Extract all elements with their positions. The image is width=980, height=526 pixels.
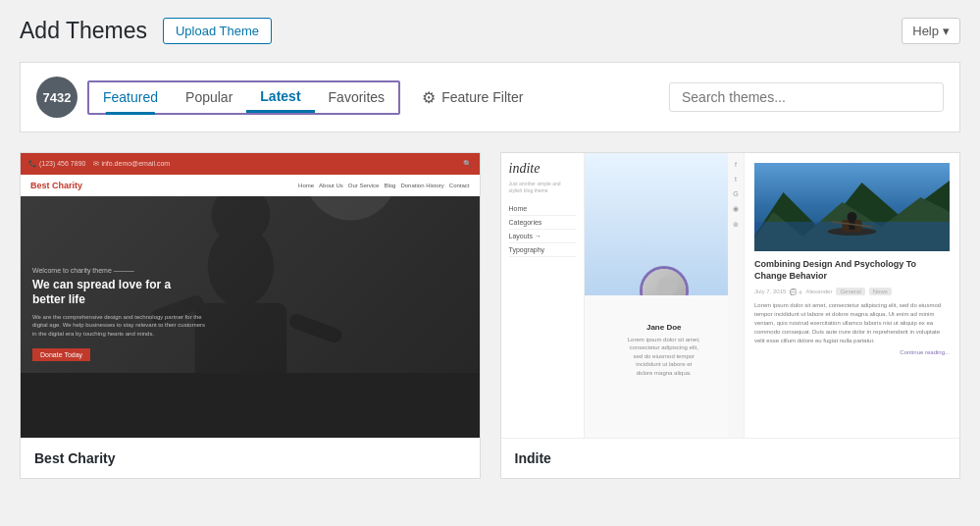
charity-donate-btn: Donate Today: [32, 348, 90, 361]
post-tag-general: General: [836, 288, 864, 295]
charity-navbar: Best Charity HomeAbout UsOur ServiceBlog…: [21, 175, 480, 196]
help-button[interactable]: Help ▾: [902, 18, 960, 44]
indite-author-name: Jane Doe: [593, 323, 737, 332]
indite-image-area: [585, 153, 745, 295]
gear-icon: ⚙: [422, 88, 436, 107]
filter-bar: 7432 Featured Popular Latest Favorites ⚙…: [20, 62, 960, 132]
indite-nav-categories: Categories: [509, 216, 576, 230]
indite-social-icons: f t G ◉ ⊛: [728, 153, 744, 438]
theme-count-badge: 7432: [36, 77, 77, 118]
indite-post-text: Lorem ipsum dolor sit amet, consectetur …: [754, 301, 950, 345]
charity-hero-content: Welcome to charity theme ——— We can spre…: [32, 267, 468, 361]
tab-popular[interactable]: Popular: [172, 83, 246, 111]
theme-preview-indite: indite Just another simple and stylish b…: [501, 153, 960, 438]
charity-subtitle: Welcome to charity theme ———: [32, 267, 468, 274]
post-comments: 💬 4: [790, 289, 801, 295]
indite-sidebar: indite Just another simple and stylish b…: [501, 153, 585, 438]
post-author: Alexander: [805, 289, 832, 294]
charity-topbar-search: 🔍: [463, 160, 472, 168]
theme-name-indite: Indite: [501, 438, 960, 478]
charity-email: ✉ info.demo@email.com: [93, 160, 170, 168]
header-row: Add Themes Upload Theme Help ▾: [20, 18, 960, 44]
themes-grid: 📞 (123) 456 7890 ✉ info.demo@email.com 🔍…: [20, 152, 960, 479]
search-themes-input[interactable]: [669, 82, 944, 112]
theme-preview-best-charity: 📞 (123) 456 7890 ✉ info.demo@email.com 🔍…: [21, 153, 480, 438]
chevron-down-icon: ▾: [943, 24, 950, 38]
charity-desc: We are the comprehensive design and tech…: [32, 313, 468, 338]
instagram-icon: ◉: [733, 205, 739, 213]
tab-group: Featured Popular Latest Favorites: [87, 80, 400, 115]
twitter-icon: t: [735, 176, 737, 183]
indite-tagline: Just another simple and stylish blog the…: [509, 181, 576, 194]
indite-post-title: Combining Design And Psychology To Chang…: [754, 259, 950, 282]
charity-logo: Best Charity: [30, 181, 292, 190]
charity-nav-links: HomeAbout UsOur ServiceBlogDonation Hist…: [298, 183, 469, 188]
svg-point-10: [657, 277, 677, 295]
help-label: Help: [912, 24, 939, 38]
indite-nav-typography: Typography: [509, 243, 576, 257]
indite-right: Combining Design And Psychology To Chang…: [744, 153, 959, 438]
post-date: July 7, 2015: [754, 289, 786, 294]
google-icon: G: [733, 190, 738, 197]
charity-hero: Welcome to charity theme ——— We can spre…: [21, 196, 480, 373]
indite-nav-home: Home: [509, 202, 576, 216]
charity-topbar: 📞 (123) 456 7890 ✉ info.demo@email.com 🔍: [21, 153, 480, 175]
indite-nav-layouts: Layouts →: [509, 230, 576, 243]
indite-author-bio: Lorem ipsum dolor sit amet,consectetur a…: [593, 336, 737, 377]
page-title: Add Themes: [20, 18, 147, 44]
charity-phone: 📞 (123) 456 7890: [28, 160, 85, 168]
theme-name-best-charity: Best Charity: [21, 438, 480, 478]
facebook-icon: f: [735, 161, 737, 168]
indite-logo: indite: [509, 161, 576, 177]
post-tag-news: News: [869, 288, 892, 295]
indite-post-meta: July 7, 2015 💬 4 Alexander General News: [754, 288, 950, 295]
tab-favorites[interactable]: Favorites: [315, 83, 399, 111]
feature-filter-label: Feature Filter: [441, 89, 523, 105]
github-icon: ⊛: [733, 221, 739, 229]
charity-headline: We can spread love for abetter life: [32, 278, 468, 308]
page-wrapper: Add Themes Upload Theme Help ▾ 7432 Feat…: [0, 0, 980, 526]
theme-card-indite[interactable]: indite Just another simple and stylish b…: [500, 152, 961, 479]
theme-card-best-charity[interactable]: 📞 (123) 456 7890 ✉ info.demo@email.com 🔍…: [20, 152, 481, 479]
indite-post-image: [754, 163, 950, 251]
feature-filter-button[interactable]: ⚙ Feature Filter: [410, 82, 535, 113]
indite-content-area: Jane Doe Lorem ipsum dolor sit amet,cons…: [585, 295, 745, 385]
indite-continue-reading: Continue reading...: [754, 349, 950, 355]
upload-theme-button[interactable]: Upload Theme: [163, 18, 272, 44]
indite-main: Jane Doe Lorem ipsum dolor sit amet,cons…: [585, 153, 745, 438]
tab-latest[interactable]: Latest: [246, 82, 314, 113]
tab-featured[interactable]: Featured: [89, 83, 172, 111]
